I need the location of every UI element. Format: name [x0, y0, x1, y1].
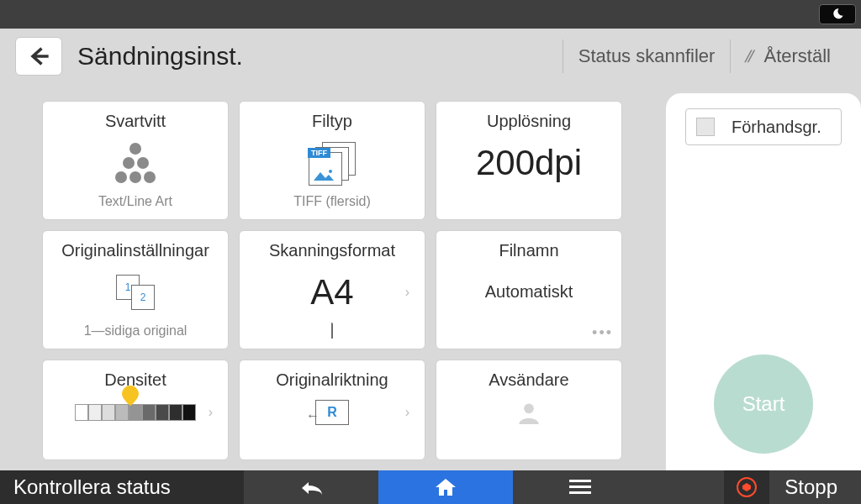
scan-size-value: A4 — [310, 272, 353, 312]
reset-label: Återställ — [764, 45, 831, 67]
tile-title: Originalriktning — [276, 370, 388, 390]
tile-sub: 1—sidiga original — [84, 323, 188, 340]
tile-sub: Text/Line Art — [98, 194, 172, 211]
menu-icon — [569, 480, 591, 495]
tile-resolution[interactable]: Upplösning 200dpi — [436, 101, 622, 220]
tile-title: Avsändare — [489, 370, 568, 390]
settings-grid: Svartvitt Text/Line Art Filtyp — [42, 84, 658, 460]
more-dots-icon: ••• — [592, 324, 613, 342]
system-top-strip — [0, 0, 861, 29]
resolution-value: 200dpi — [476, 143, 582, 183]
content-area: Svartvitt Text/Line Art Filtyp — [0, 84, 861, 470]
page-header: Sändningsinst. Status skannfiler // Åter… — [0, 29, 861, 84]
tile-file-name[interactable]: Filnamn Automatiskt ••• — [436, 230, 622, 349]
right-panel: Förhandsgr. Start — [666, 93, 861, 470]
tile-title: Originalinställningar — [61, 241, 209, 260]
preview-checkbox[interactable] — [696, 118, 715, 136]
tile-title: Upplösning — [487, 112, 571, 131]
tile-sub: TIFF (flersid) — [293, 194, 371, 211]
svg-rect-5 — [569, 486, 591, 488]
svg-marker-7 — [742, 483, 751, 491]
tile-original-settings[interactable]: Originalinställningar 1 2 1—sidiga origi… — [42, 230, 229, 349]
status-files-link[interactable]: Status skannfiler — [563, 39, 731, 73]
density-marker-icon — [122, 386, 139, 409]
nav-home-button[interactable] — [378, 470, 513, 504]
arrow-left-icon — [27, 45, 50, 68]
tile-title: Filtyp — [312, 112, 352, 131]
tile-sub — [331, 323, 333, 340]
tile-color-mode[interactable]: Svartvitt Text/Line Art — [42, 101, 229, 220]
bw-dots-icon — [115, 143, 156, 183]
start-button[interactable]: Start — [714, 354, 813, 454]
preview-toggle[interactable]: Förhandsgr. — [685, 108, 842, 145]
tile-scan-size[interactable]: Skanningsformat A4 › — [239, 230, 425, 349]
tiff-stack-icon: TIFF — [309, 142, 356, 184]
night-mode-badge[interactable] — [819, 4, 856, 24]
moon-icon — [830, 7, 845, 22]
density-scale-icon — [75, 404, 196, 421]
bottom-nav: Kontrollera status Stopp — [0, 470, 861, 504]
original-pages-icon: 1 2 — [116, 275, 155, 310]
tile-density[interactable]: Densitet — [42, 360, 229, 460]
file-name-value: Automatiskt — [485, 282, 573, 302]
settings-grid-area: Svartvitt Text/Line Art Filtyp — [0, 84, 666, 470]
svg-marker-1 — [314, 172, 334, 181]
chevron-right-icon: › — [405, 405, 409, 420]
back-button[interactable] — [15, 37, 62, 76]
svg-rect-6 — [569, 491, 591, 494]
orientation-icon: ← R — [315, 400, 349, 425]
chevron-right-icon: › — [209, 405, 213, 420]
tile-title: Filnamn — [499, 241, 558, 260]
stop-label: Stopp — [769, 475, 861, 499]
back-arc-icon — [297, 478, 325, 496]
svg-point-2 — [329, 170, 332, 173]
tile-file-type[interactable]: Filtyp TIFF TIFF (flersid) — [239, 101, 425, 220]
tile-orientation[interactable]: Originalriktning ← R › — [239, 360, 425, 460]
chevron-right-icon: › — [405, 285, 409, 300]
tile-title: Skanningsformat — [269, 241, 395, 260]
tile-sender[interactable]: Avsändare — [436, 360, 622, 460]
check-status-button[interactable]: Kontrollera status — [0, 470, 244, 504]
page-orientation-icon — [331, 323, 333, 339]
reset-icon: // — [743, 47, 754, 66]
svg-point-3 — [524, 403, 534, 413]
svg-rect-4 — [569, 480, 591, 482]
home-icon — [434, 477, 457, 497]
start-label: Start — [742, 392, 785, 416]
tile-title: Svartvitt — [105, 112, 166, 131]
preview-label: Förhandsgr. — [732, 118, 821, 137]
nav-menu-button[interactable] — [513, 470, 647, 504]
stop-button[interactable]: Stopp — [724, 470, 861, 504]
stop-icon — [724, 470, 769, 504]
person-icon — [517, 401, 541, 424]
reset-button[interactable]: // Återställ — [730, 39, 846, 73]
nav-back-button[interactable] — [244, 470, 378, 504]
tiff-badge: TIFF — [308, 148, 330, 158]
page-title: Sändningsinst. — [77, 42, 243, 71]
